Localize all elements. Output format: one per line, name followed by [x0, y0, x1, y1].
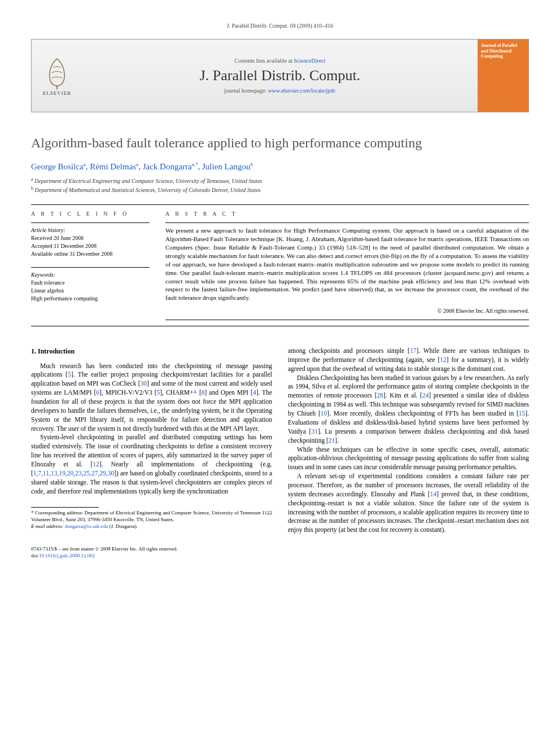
corresponding-footnote: * Corresponding address: Department of E…	[31, 510, 272, 523]
email-footnote: E-mail address: dongarra@cs.utk.edu (J. …	[31, 523, 272, 530]
journal-name: J. Parallel Distrib. Comput.	[200, 67, 361, 84]
contents-prefix: Contents lists available at	[234, 58, 294, 64]
citation-link[interactable]: 15	[519, 410, 526, 417]
email-link[interactable]: dongarra@cs.utk.edu	[65, 523, 108, 529]
divider	[31, 326, 529, 326]
author-list: George Bosilcaa, Rémi Delmasa, Jack Dong…	[31, 161, 529, 172]
history-line: Available online 31 December 2008	[31, 250, 150, 258]
paragraph: among checkpoints and processors simple …	[288, 347, 529, 374]
abstract-column: A B S T R A C T We present a new approac…	[165, 211, 529, 320]
paragraph: Much research has been conducted into th…	[31, 362, 272, 434]
author[interactable]: George Bosilcaa	[31, 162, 86, 171]
paragraph: Diskless Checkpointing has been studied …	[288, 374, 529, 445]
divider	[165, 320, 529, 320]
citation-link[interactable]: 28	[377, 392, 384, 399]
elsevier-logo: ELSEVIER	[32, 40, 82, 112]
keyword: High performance computing	[31, 295, 150, 303]
running-head: J. Parallel Distrib. Comput. 69 (2009) 4…	[31, 23, 529, 29]
divider	[31, 267, 150, 268]
paragraph: A relevant set-up of experimental condit…	[288, 472, 529, 535]
affiliation: a Department of Electrical Engineering a…	[31, 176, 529, 185]
homepage-prefix: journal homepage:	[224, 88, 268, 94]
front-matter-line: 0743-7315/$ – see front matter © 2008 El…	[31, 546, 529, 553]
footnote-rule	[31, 507, 99, 508]
cover-title: Journal of Parallel and Distributed Comp…	[481, 43, 525, 59]
paragraph: System-level checkpointing in parallel a…	[31, 433, 272, 496]
citation-link[interactable]: 1,7,11,13,19,20,23,25,27,29,30	[33, 470, 114, 477]
divider	[31, 222, 150, 223]
citation-link[interactable]: 30	[141, 380, 147, 387]
doi-line: doi:10.1016/j.jpdc.2008.12.002	[31, 553, 529, 560]
journal-cover-thumbnail: Journal of Parallel and Distributed Comp…	[478, 40, 528, 112]
affiliation: b Department of Mathematical and Statist…	[31, 185, 529, 194]
citation-link[interactable]: 21	[329, 437, 335, 444]
journal-homepage-line: journal homepage: www.elsevier.com/locat…	[224, 88, 336, 94]
abstract-text: We present a new approach to fault toler…	[165, 226, 529, 302]
doi-link[interactable]: 10.1016/j.jpdc.2008.12.002	[39, 553, 95, 558]
sciencedirect-link[interactable]: ScienceDirect	[294, 58, 325, 64]
email-label: E-mail address:	[31, 523, 65, 529]
article-info-column: A R T I C L E I N F O Article history: R…	[31, 211, 150, 320]
author[interactable]: Julien Langoub	[202, 162, 253, 171]
author[interactable]: Jack Dongarraa,*	[143, 162, 198, 171]
citation-link[interactable]: 12	[440, 356, 447, 363]
abstract-heading: A B S T R A C T	[165, 211, 529, 217]
history-line: Received 20 June 2008	[31, 234, 150, 242]
divider	[165, 222, 529, 223]
keywords-label: Keywords:	[31, 271, 150, 279]
citation-link[interactable]: 24	[422, 392, 429, 399]
affiliations: a Department of Electrical Engineering a…	[31, 176, 529, 195]
section-heading: 1. Introduction	[31, 347, 272, 356]
tree-icon	[43, 55, 71, 89]
citation-link[interactable]: 17	[410, 347, 417, 354]
citation-link[interactable]: 10	[321, 410, 327, 417]
article-info-heading: A R T I C L E I N F O	[31, 211, 150, 217]
keyword: Linear algebra	[31, 287, 150, 295]
journal-homepage-link[interactable]: www.elsevier.com/locate/jpdc	[268, 88, 335, 94]
article-title: Algorithm-based fault tolerance applied …	[31, 135, 529, 151]
abstract-copyright: © 2008 Elsevier Inc. All rights reserved…	[165, 308, 529, 314]
contents-available-line: Contents lists available at ScienceDirec…	[234, 58, 325, 64]
banner-middle: Contents lists available at ScienceDirec…	[82, 40, 478, 112]
citation-link[interactable]: 12	[93, 461, 99, 468]
keyword: Fault tolerance	[31, 279, 150, 287]
journal-banner: ELSEVIER Contents lists available at Sci…	[31, 39, 529, 112]
author[interactable]: Rémi Delmasa	[90, 162, 138, 171]
paragraph: While these techniques can be effective …	[288, 445, 529, 473]
citation-link[interactable]: 31	[311, 428, 318, 435]
history-label: Article history:	[31, 226, 150, 234]
elsevier-label: ELSEVIER	[43, 90, 72, 96]
citation-link[interactable]: 14	[430, 491, 437, 497]
body-text: 1. Introduction Much research has been c…	[31, 347, 529, 535]
page-footer: 0743-7315/$ – see front matter © 2008 El…	[31, 546, 529, 559]
divider	[31, 204, 529, 205]
history-line: Accepted 11 December 2008	[31, 242, 150, 250]
